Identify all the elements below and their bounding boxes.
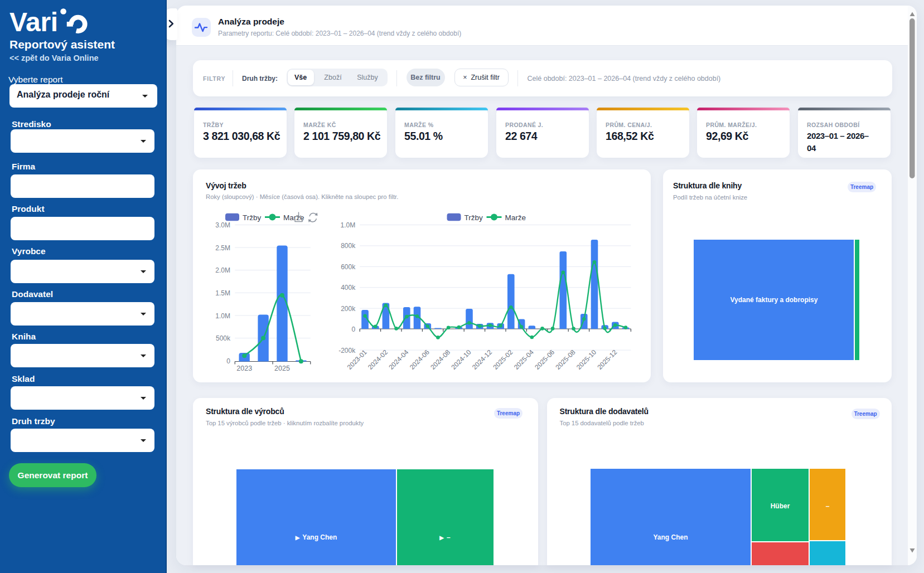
svg-text:3.0M: 3.0M: [215, 221, 230, 229]
svg-text:0: 0: [352, 326, 356, 333]
svg-text:Tržby: Tržby: [243, 213, 261, 222]
svg-text:Marže: Marže: [283, 213, 304, 222]
svg-text:2024-02: 2024-02: [366, 348, 389, 371]
svg-text:200k: 200k: [341, 305, 356, 313]
svg-text:800k: 800k: [341, 242, 356, 250]
svg-text:1.0M: 1.0M: [215, 312, 230, 320]
svg-text:2.5M: 2.5M: [215, 244, 230, 252]
svg-text:2.0M: 2.0M: [215, 266, 230, 274]
svg-text:2025-10: 2025-10: [575, 348, 598, 371]
svg-text:2025-04: 2025-04: [512, 348, 535, 371]
svg-text:1.5M: 1.5M: [215, 289, 230, 297]
svg-text:500k: 500k: [216, 334, 231, 342]
svg-text:600k: 600k: [341, 263, 356, 271]
svg-text:400k: 400k: [341, 284, 356, 292]
svg-text:0: 0: [226, 357, 230, 365]
svg-text:2025-12: 2025-12: [596, 348, 618, 371]
svg-text:-200k: -200k: [338, 347, 356, 355]
svg-text:1.0M: 1.0M: [341, 221, 356, 229]
svg-text:2024-08: 2024-08: [429, 348, 452, 371]
svg-text:Marže: Marže: [505, 213, 526, 222]
svg-text:Vari: Vari: [9, 7, 58, 36]
svg-text:2025-02: 2025-02: [491, 348, 514, 371]
svg-text:2024-12: 2024-12: [471, 348, 494, 371]
svg-text:2025-06: 2025-06: [533, 348, 556, 371]
svg-text:Tržby: Tržby: [465, 213, 483, 222]
svg-text:2024-10: 2024-10: [450, 348, 473, 371]
svg-text:2024-04: 2024-04: [387, 348, 410, 371]
svg-text:2023: 2023: [236, 365, 252, 372]
svg-text:2024-06: 2024-06: [408, 348, 431, 371]
svg-text:2025-08: 2025-08: [554, 348, 577, 371]
svg-text:2025: 2025: [274, 365, 290, 372]
